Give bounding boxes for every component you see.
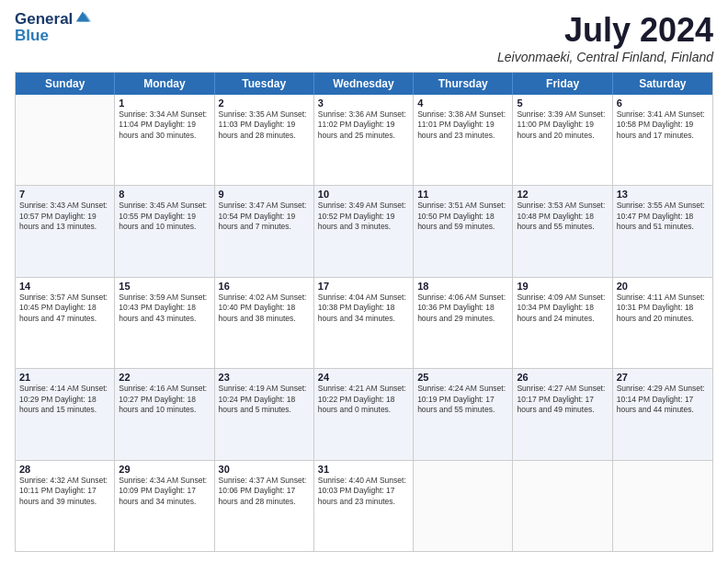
- day-cell: 2Sunrise: 3:35 AM Sunset: 11:03 PM Dayli…: [215, 95, 314, 185]
- day-cell: 21Sunrise: 4:14 AM Sunset: 10:29 PM Dayl…: [16, 369, 115, 459]
- day-number: 31: [318, 464, 409, 475]
- day-cell: 30Sunrise: 4:37 AM Sunset: 10:06 PM Dayl…: [215, 461, 314, 551]
- day-number: 24: [318, 372, 409, 383]
- day-number: 28: [19, 464, 110, 475]
- day-info: Sunrise: 4:37 AM Sunset: 10:06 PM Daylig…: [219, 476, 310, 507]
- day-number: 20: [617, 281, 709, 292]
- day-info: Sunrise: 4:04 AM Sunset: 10:38 PM Daylig…: [318, 293, 409, 324]
- day-cell: 10Sunrise: 3:49 AM Sunset: 10:52 PM Dayl…: [314, 186, 414, 276]
- logo: General Blue: [15, 11, 91, 45]
- day-number: 25: [417, 372, 508, 383]
- subtitle: Leivonmaeki, Central Finland, Finland: [497, 50, 713, 64]
- day-header-tuesday: Tuesday: [215, 73, 314, 95]
- day-cell: [16, 95, 115, 185]
- calendar-body: 1Sunrise: 3:34 AM Sunset: 11:04 PM Dayli…: [16, 95, 712, 551]
- day-number: 9: [219, 189, 310, 200]
- day-info: Sunrise: 3:55 AM Sunset: 10:47 PM Daylig…: [617, 201, 709, 232]
- day-info: Sunrise: 3:34 AM Sunset: 11:04 PM Daylig…: [119, 109, 210, 141]
- day-number: 3: [318, 98, 409, 109]
- day-cell: 29Sunrise: 4:34 AM Sunset: 10:09 PM Dayl…: [115, 461, 214, 551]
- day-cell: 11Sunrise: 3:51 AM Sunset: 10:50 PM Dayl…: [414, 186, 513, 276]
- day-info: Sunrise: 3:39 AM Sunset: 11:00 PM Daylig…: [517, 109, 608, 141]
- day-number: 19: [517, 281, 608, 292]
- day-cell: 26Sunrise: 4:27 AM Sunset: 10:17 PM Dayl…: [513, 369, 612, 459]
- day-info: Sunrise: 3:38 AM Sunset: 11:01 PM Daylig…: [417, 109, 508, 141]
- day-cell: 16Sunrise: 4:02 AM Sunset: 10:40 PM Dayl…: [215, 278, 314, 368]
- day-number: 15: [119, 281, 210, 292]
- day-number: 17: [318, 281, 409, 292]
- day-cell: 9Sunrise: 3:47 AM Sunset: 10:54 PM Dayli…: [215, 186, 314, 276]
- day-number: 29: [119, 464, 210, 475]
- week-row-2: 14Sunrise: 3:57 AM Sunset: 10:45 PM Dayl…: [16, 278, 712, 369]
- day-cell: 13Sunrise: 3:55 AM Sunset: 10:47 PM Dayl…: [613, 186, 712, 276]
- calendar: SundayMondayTuesdayWednesdayThursdayFrid…: [15, 72, 713, 552]
- day-cell: [613, 461, 712, 551]
- day-info: Sunrise: 3:59 AM Sunset: 10:43 PM Daylig…: [119, 293, 210, 324]
- page: General Blue July 2024 Leivonmaeki, Cent…: [0, 0, 728, 563]
- day-header-thursday: Thursday: [414, 73, 513, 95]
- day-number: 1: [119, 98, 210, 109]
- day-info: Sunrise: 3:45 AM Sunset: 10:55 PM Daylig…: [119, 201, 210, 232]
- day-info: Sunrise: 3:36 AM Sunset: 11:02 PM Daylig…: [318, 109, 409, 141]
- logo-icon: [74, 8, 91, 25]
- day-cell: 19Sunrise: 4:09 AM Sunset: 10:34 PM Dayl…: [513, 278, 612, 368]
- day-number: 27: [617, 372, 709, 383]
- calendar-header: SundayMondayTuesdayWednesdayThursdayFrid…: [16, 73, 712, 95]
- week-row-1: 7Sunrise: 3:43 AM Sunset: 10:57 PM Dayli…: [16, 186, 712, 277]
- day-cell: 25Sunrise: 4:24 AM Sunset: 10:19 PM Dayl…: [414, 369, 513, 459]
- day-cell: 15Sunrise: 3:59 AM Sunset: 10:43 PM Dayl…: [115, 278, 214, 368]
- day-cell: 5Sunrise: 3:39 AM Sunset: 11:00 PM Dayli…: [513, 95, 612, 185]
- day-info: Sunrise: 3:49 AM Sunset: 10:52 PM Daylig…: [318, 201, 409, 232]
- day-cell: 4Sunrise: 3:38 AM Sunset: 11:01 PM Dayli…: [414, 95, 513, 185]
- day-number: 5: [517, 98, 608, 109]
- day-number: 10: [318, 189, 409, 200]
- day-cell: 1Sunrise: 3:34 AM Sunset: 11:04 PM Dayli…: [115, 95, 214, 185]
- day-number: 4: [417, 98, 508, 109]
- logo-text-line1: General: [15, 11, 73, 29]
- day-number: 13: [617, 189, 709, 200]
- day-info: Sunrise: 3:43 AM Sunset: 10:57 PM Daylig…: [19, 201, 110, 232]
- week-row-0: 1Sunrise: 3:34 AM Sunset: 11:04 PM Dayli…: [16, 95, 712, 186]
- day-number: 16: [219, 281, 310, 292]
- header: General Blue July 2024 Leivonmaeki, Cent…: [15, 11, 713, 64]
- title-section: July 2024 Leivonmaeki, Central Finland, …: [497, 11, 713, 64]
- day-info: Sunrise: 4:29 AM Sunset: 10:14 PM Daylig…: [617, 384, 709, 415]
- day-cell: 22Sunrise: 4:16 AM Sunset: 10:27 PM Dayl…: [115, 369, 214, 459]
- week-row-4: 28Sunrise: 4:32 AM Sunset: 10:11 PM Dayl…: [16, 461, 712, 551]
- day-cell: 31Sunrise: 4:40 AM Sunset: 10:03 PM Dayl…: [314, 461, 414, 551]
- day-number: 21: [19, 372, 110, 383]
- day-info: Sunrise: 4:09 AM Sunset: 10:34 PM Daylig…: [517, 293, 608, 324]
- day-number: 23: [219, 372, 310, 383]
- day-cell: 23Sunrise: 4:19 AM Sunset: 10:24 PM Dayl…: [215, 369, 314, 459]
- day-number: 6: [617, 98, 709, 109]
- day-cell: 17Sunrise: 4:04 AM Sunset: 10:38 PM Dayl…: [314, 278, 414, 368]
- day-number: 14: [19, 281, 110, 292]
- day-info: Sunrise: 3:35 AM Sunset: 11:03 PM Daylig…: [219, 109, 310, 141]
- day-info: Sunrise: 3:53 AM Sunset: 10:48 PM Daylig…: [517, 201, 608, 232]
- day-number: 18: [417, 281, 508, 292]
- day-number: 11: [417, 189, 508, 200]
- day-number: 30: [219, 464, 310, 475]
- day-info: Sunrise: 4:02 AM Sunset: 10:40 PM Daylig…: [219, 293, 310, 324]
- day-info: Sunrise: 3:47 AM Sunset: 10:54 PM Daylig…: [219, 201, 310, 232]
- day-cell: 3Sunrise: 3:36 AM Sunset: 11:02 PM Dayli…: [314, 95, 414, 185]
- day-cell: 20Sunrise: 4:11 AM Sunset: 10:31 PM Dayl…: [613, 278, 712, 368]
- day-cell: 14Sunrise: 3:57 AM Sunset: 10:45 PM Dayl…: [16, 278, 115, 368]
- main-title: July 2024: [497, 11, 713, 50]
- day-info: Sunrise: 4:21 AM Sunset: 10:22 PM Daylig…: [318, 384, 409, 415]
- day-info: Sunrise: 4:06 AM Sunset: 10:36 PM Daylig…: [417, 293, 508, 324]
- day-header-sunday: Sunday: [16, 73, 115, 95]
- day-cell: 8Sunrise: 3:45 AM Sunset: 10:55 PM Dayli…: [115, 186, 214, 276]
- day-cell: 24Sunrise: 4:21 AM Sunset: 10:22 PM Dayl…: [314, 369, 414, 459]
- day-header-monday: Monday: [115, 73, 214, 95]
- day-info: Sunrise: 3:57 AM Sunset: 10:45 PM Daylig…: [19, 293, 110, 324]
- day-info: Sunrise: 4:40 AM Sunset: 10:03 PM Daylig…: [318, 476, 409, 507]
- day-info: Sunrise: 4:11 AM Sunset: 10:31 PM Daylig…: [617, 293, 709, 324]
- day-number: 26: [517, 372, 608, 383]
- day-header-wednesday: Wednesday: [314, 73, 414, 95]
- day-cell: [414, 461, 513, 551]
- day-number: 12: [517, 189, 608, 200]
- day-info: Sunrise: 4:27 AM Sunset: 10:17 PM Daylig…: [517, 384, 608, 415]
- day-info: Sunrise: 4:14 AM Sunset: 10:29 PM Daylig…: [19, 384, 110, 415]
- day-cell: [513, 461, 612, 551]
